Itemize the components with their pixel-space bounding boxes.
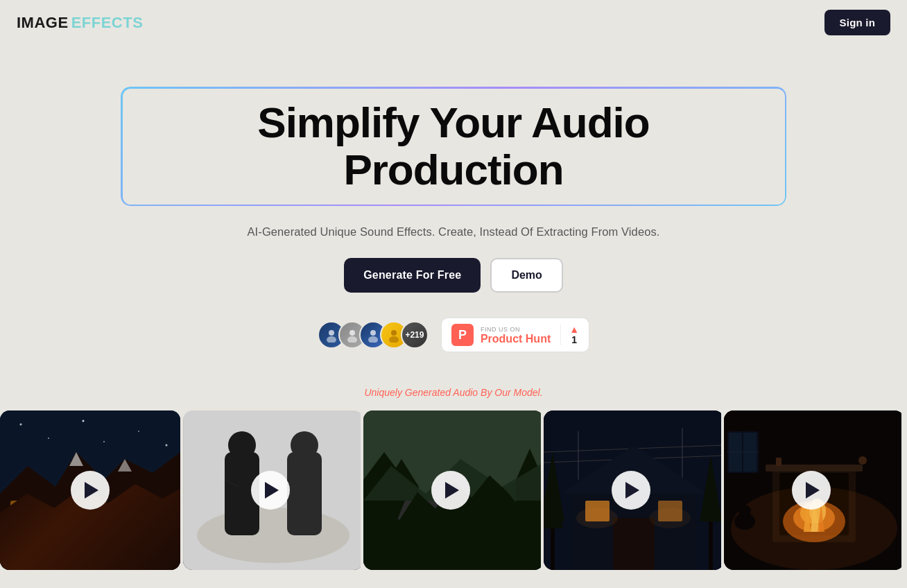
video-row [0,410,907,570]
video-card-1[interactable] [0,410,180,570]
product-hunt-find-us: FIND US ON [481,326,520,333]
svg-rect-13 [14,504,21,514]
svg-point-56 [576,508,618,528]
video-card-2[interactable] [180,410,361,570]
svg-point-72 [858,456,867,465]
svg-point-7 [389,336,399,343]
video-section: Uniquely Generated Audio By Our Model. [0,373,907,570]
play-button-5[interactable] [792,471,831,510]
svg-point-15 [48,438,49,439]
svg-point-6 [391,330,397,336]
play-icon-1 [85,482,98,499]
play-icon-2 [265,482,279,499]
product-hunt-badge[interactable]: P FIND US ON Product Hunt ▲ 1 [441,318,589,352]
play-button-1[interactable] [71,471,110,510]
svg-point-19 [103,441,105,442]
product-hunt-text: FIND US ON Product Hunt [481,326,551,345]
play-icon-5 [806,482,820,499]
demo-button[interactable]: Demo [490,258,562,293]
hero-buttons: Generate For Free Demo [344,258,563,293]
avatar-group: +219 [318,321,429,349]
video-card-3[interactable] [361,410,541,570]
upvote-count: 1 [571,334,577,345]
svg-rect-12 [10,501,31,535]
logo: IMAGE EFFECTS [17,14,143,32]
avatar-count: +219 [401,321,429,349]
svg-point-23 [228,431,256,459]
video-card-5[interactable] [721,410,901,570]
svg-point-14 [20,424,22,426]
svg-point-39 [479,535,490,542]
product-hunt-name: Product Hunt [481,333,551,345]
hero-title: Simplify Your Audio Production [146,99,761,193]
svg-point-0 [329,330,334,336]
svg-rect-71 [776,458,781,466]
svg-rect-37 [429,513,478,530]
header: IMAGE EFFECTS Sign in [0,0,907,45]
logo-image-text: IMAGE [17,14,69,32]
video-section-label: Uniquely Generated Audio By Our Model. [0,387,907,398]
svg-rect-36 [419,521,488,549]
svg-point-57 [649,508,691,528]
video-card-4[interactable] [541,410,721,570]
play-icon-4 [625,482,639,499]
product-hunt-logo: P [451,324,474,346]
hero-subtitle: AI-Generated Unique Sound Effects. Creat… [248,225,660,239]
svg-rect-50 [613,518,655,570]
hero-section: Simplify Your Audio Production AI-Genera… [0,45,907,373]
logo-effects-text: EFFECTS [71,14,144,32]
svg-point-18 [166,444,168,447]
svg-point-1 [327,336,336,343]
play-icon-3 [445,482,459,499]
svg-point-17 [138,431,139,432]
svg-rect-24 [287,452,322,535]
svg-point-3 [347,336,357,343]
hero-title-box: Simplify Your Audio Production [121,87,786,206]
play-button-4[interactable] [612,471,650,510]
svg-rect-35 [446,535,451,549]
play-button-3[interactable] [431,471,470,510]
svg-point-2 [349,330,355,336]
svg-point-4 [370,330,376,336]
upvote-arrow-icon: ▲ [569,325,579,334]
svg-point-78 [738,505,751,517]
sign-in-button[interactable]: Sign in [824,10,890,35]
svg-point-25 [291,431,318,459]
product-hunt-upvote: ▲ 1 [560,325,579,345]
svg-point-38 [417,535,428,542]
svg-point-5 [368,336,378,343]
svg-point-16 [83,420,85,422]
play-button-2[interactable] [251,471,290,510]
social-proof: +219 P FIND US ON Product Hunt ▲ 1 [318,318,589,352]
svg-rect-54 [709,518,713,570]
svg-rect-34 [446,514,451,528]
svg-point-21 [197,508,349,563]
generate-button[interactable]: Generate For Free [344,258,481,293]
